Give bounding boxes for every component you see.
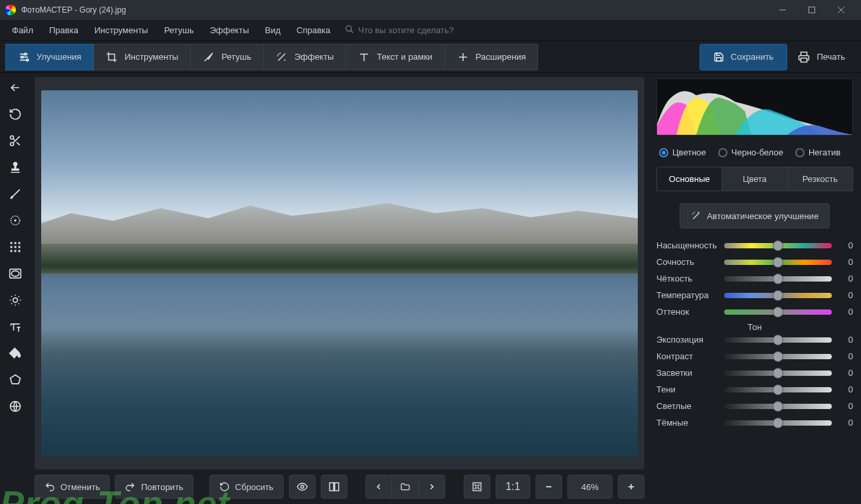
grid-tool[interactable]: [3, 235, 27, 259]
ptab-sharp[interactable]: Резкость: [787, 167, 852, 191]
vignette-tool[interactable]: [3, 262, 27, 286]
slider-track[interactable]: [724, 404, 832, 409]
menu-tools[interactable]: Инструменты: [88, 23, 155, 38]
fill-tool[interactable]: [3, 341, 27, 365]
menu-help[interactable]: Справка: [290, 23, 337, 38]
slider-track[interactable]: [724, 309, 832, 315]
menu-view[interactable]: Вид: [258, 23, 288, 38]
search-input[interactable]: [358, 25, 518, 35]
rotate-tool[interactable]: [3, 102, 27, 126]
svg-rect-5: [801, 58, 807, 62]
print-button[interactable]: Печать: [787, 44, 856, 70]
menu-edit[interactable]: Правка: [43, 23, 85, 38]
svg-rect-11: [15, 242, 17, 244]
slider-thumb[interactable]: [773, 368, 783, 378]
globe-tool[interactable]: [3, 394, 27, 418]
slider-thumb[interactable]: [773, 290, 783, 301]
radio-dot-icon: [659, 148, 668, 157]
svg-point-1: [346, 26, 351, 31]
save-label: Сохранить: [731, 52, 774, 62]
undo-button[interactable]: Отменить: [35, 475, 110, 499]
reset-icon: [219, 481, 230, 492]
tab-tools[interactable]: Инструменты: [94, 44, 191, 70]
slider-thumb[interactable]: [773, 307, 783, 317]
shape-tool[interactable]: [3, 368, 27, 392]
photo-preview: [41, 90, 638, 456]
close-icon: [838, 7, 844, 13]
zoom-value[interactable]: 46%: [567, 475, 613, 499]
menu-effects[interactable]: Эффекты: [203, 23, 256, 38]
zoom-out-button[interactable]: [535, 475, 562, 499]
radio-label: Черно-белое: [731, 147, 783, 157]
ptab-basic[interactable]: Основные: [657, 167, 721, 191]
tone-sliders: Экспозиция0Контраст0Засветки0Тени0Светлы…: [656, 335, 853, 428]
slider-thumb[interactable]: [773, 351, 783, 362]
menu-retouch[interactable]: Ретушь: [157, 23, 201, 38]
slider-value: 0: [837, 307, 853, 317]
brush-icon: [203, 51, 215, 63]
slider-row: Оттенок0: [656, 307, 853, 317]
undo-label: Отменить: [60, 482, 100, 492]
zoom-in-button[interactable]: [618, 475, 644, 499]
fit-button[interactable]: [464, 475, 490, 499]
slider-thumb[interactable]: [773, 335, 783, 345]
svg-point-4: [27, 59, 29, 61]
radial-tool[interactable]: [3, 209, 27, 232]
prev-button[interactable]: [365, 475, 392, 499]
print-label: Печать: [816, 52, 845, 62]
slider-thumb[interactable]: [773, 274, 783, 284]
menu-file[interactable]: Файл: [5, 23, 40, 38]
radio-negative[interactable]: Негатив: [795, 147, 840, 157]
close-button[interactable]: [826, 0, 856, 20]
tab-enhance[interactable]: Улучшения: [5, 44, 94, 70]
slider-track[interactable]: [724, 276, 832, 282]
next-button[interactable]: [419, 475, 445, 499]
slider-track[interactable]: [724, 337, 832, 343]
tab-text[interactable]: Текст и рамки: [346, 44, 445, 70]
preview-button[interactable]: [289, 475, 316, 499]
tab-effects[interactable]: Эффекты: [264, 44, 346, 70]
tab-retouch[interactable]: Ретушь: [191, 44, 264, 70]
type-icon: [9, 320, 22, 333]
slider-track[interactable]: [724, 293, 832, 298]
svg-rect-13: [11, 246, 13, 248]
slider-label: Оттенок: [656, 307, 719, 317]
slider-track[interactable]: [724, 387, 832, 392]
ptab-colors[interactable]: Цвета: [721, 167, 787, 191]
reset-button[interactable]: Сбросить: [209, 475, 284, 499]
text-tool[interactable]: [3, 315, 27, 339]
plus-icon: [457, 51, 469, 63]
minimize-button[interactable]: [768, 0, 797, 20]
sun-icon: [9, 294, 22, 307]
slider-thumb[interactable]: [773, 401, 783, 412]
radio-color[interactable]: Цветное: [659, 147, 706, 157]
slider-track[interactable]: [724, 420, 832, 426]
radio-label: Негатив: [809, 147, 840, 157]
cut-tool[interactable]: [3, 129, 27, 153]
image-canvas[interactable]: [35, 77, 644, 469]
exposure-tool[interactable]: [3, 288, 27, 312]
auto-enhance-button[interactable]: Автоматическое улучшение: [680, 203, 830, 228]
zoom-11-button[interactable]: 1:1: [496, 475, 530, 499]
slider-track[interactable]: [724, 260, 832, 265]
svg-rect-12: [19, 242, 21, 244]
stamp-tool[interactable]: [3, 155, 27, 179]
redo-button[interactable]: Повторить: [115, 475, 193, 499]
slider-thumb[interactable]: [773, 240, 783, 251]
wand-icon: [691, 210, 702, 221]
open-button[interactable]: [392, 475, 419, 499]
slider-track[interactable]: [724, 371, 832, 376]
slider-track[interactable]: [724, 354, 832, 359]
save-button[interactable]: Сохранить: [700, 44, 788, 70]
back-button[interactable]: [3, 76, 27, 100]
brush-tool[interactable]: [3, 182, 27, 206]
histogram-chart: [657, 79, 852, 135]
compare-button[interactable]: [321, 475, 347, 499]
slider-thumb[interactable]: [773, 418, 783, 428]
slider-thumb[interactable]: [773, 384, 783, 395]
tab-extensions[interactable]: Расширения: [445, 44, 539, 70]
slider-thumb[interactable]: [773, 257, 783, 268]
slider-track[interactable]: [724, 243, 832, 248]
radio-bw[interactable]: Черно-белое: [718, 147, 783, 157]
maximize-button[interactable]: [797, 0, 826, 20]
